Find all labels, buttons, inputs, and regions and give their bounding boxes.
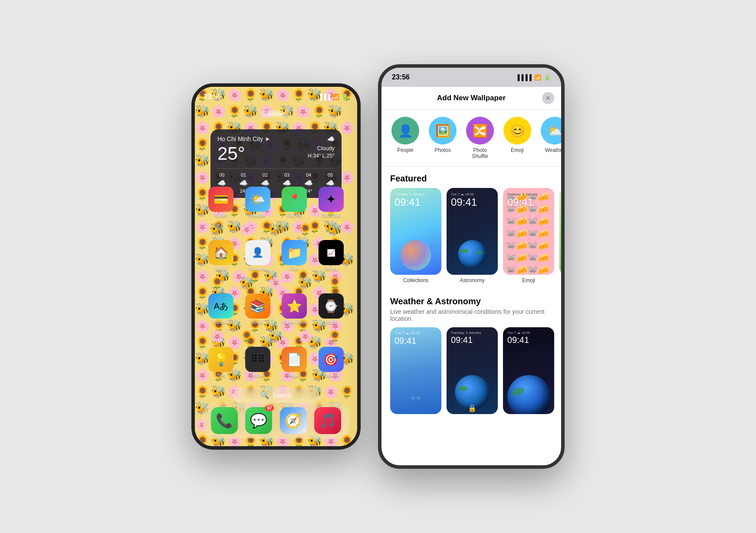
panel-title: Add New Wallpaper [437,94,506,102]
app-weather[interactable]: 🌤️ Weather [243,187,273,218]
app-row-4: 💡 Tips ⠿⠿ Utilities 📄 Pages 🎯 Keynote [203,347,349,378]
weather-condition: Cloudy [308,145,335,151]
category-photos[interactable]: 🖼️ Photos [427,117,458,159]
category-people[interactable]: 👤 People [390,117,421,159]
signal-icon: ▐▐▐ [318,94,330,100]
weather-cat-icon: ⛅ [541,117,561,145]
app-utilities[interactable]: ⠿⠿ Utilities [243,347,273,378]
messages-badge: 97 [265,405,274,411]
weather-cloud-icon: ☁️ [327,135,335,142]
status-bar-right: 23:56 ▐▐▐▐ 📶 🔋 [381,68,561,87]
right-phone: 23:56 ▐▐▐▐ 📶 🔋 Add New Wallpaper ✕ 👤 Peo… [378,64,565,469]
featured-card-partial [559,188,561,286]
wifi-icon: 📶 [332,94,339,100]
photos-icon: 🖼️ [429,117,457,145]
weather-astro-desc: Live weather and astronomical conditions… [381,308,561,327]
app-translate[interactable]: Aあ Translate [206,293,236,325]
app-files[interactable]: 📁 Files [279,240,309,271]
emoji-card-time: 09:41 [507,196,550,208]
category-emoji[interactable]: 😊 Emoji [502,117,532,159]
featured-scroll: Tuesday, 9 January 09:41 Collections Tue… [381,188,561,293]
app-home[interactable]: 🏠 Home [206,240,236,271]
app-books[interactable]: 📚 Books [243,293,273,325]
wcard-lock-icon: 🔒 [468,404,477,412]
category-photoshuffle[interactable]: 🔀 Photo Shuffle [465,117,495,159]
app-shortcuts[interactable]: ✦ Shortcuts [316,187,346,218]
app-watch[interactable]: ⌚ Watch [316,293,346,325]
left-phone: 🌻🐝🌸🌻🐝🌸🌻🐝🌸🌻🐝🌸🌻🐝🌸 🐝🌸🌻🐝🌸🌻🐝🌸🌻🐝🌸🌻🐝🌸🌻 🌸🌻🐝🌸🌻🐝🌸🌻… [191,83,361,450]
status-time: 23:56 [204,93,221,101]
status-bar: 23:56 ▐▐▐ 📶 🔋 [204,93,348,101]
wcard-date-3: Tue 7 ☁ 18:36 [507,331,530,335]
wcard-date-1: Tue 7 ☁ 18:36 [394,331,420,335]
collections-label: Collections [390,275,441,286]
status-icons-right: ▐▐▐▐ 📶 🔋 [516,74,551,81]
weather-astro-title: Weather & Astronomy [381,293,561,308]
emoji-icon: 😊 [503,117,531,145]
photoshuffle-label: Photo Shuffle [465,147,495,159]
astro-date: Tue 7 ☁ 18:36 [451,192,493,196]
app-keynote[interactable]: 🎯 Keynote [316,347,346,378]
dock-safari[interactable]: 🧭 [280,407,307,434]
weather-hl: H:34° L:25° [308,153,335,159]
weather-card-blue[interactable]: Tue 7 ☁ 18:36 09:41 ○ ○ [390,327,441,414]
app-wallet[interactable]: 💳 Wallet [206,187,236,218]
app-itunes[interactable]: ⭐ iTunes Store [279,293,309,325]
weather-temp: 25° [217,143,245,164]
app-tips[interactable]: 💡 Tips [206,347,236,378]
weather-cards: Tue 7 ☁ 18:36 09:41 ○ ○ Tuesday, 9 Janua… [381,327,561,414]
search-icon: 🔍 [260,391,269,399]
close-icon: ✕ [546,95,551,102]
app-contacts[interactable]: 👤 Contacts [243,240,273,271]
dock-music[interactable]: 🎵 [314,407,341,434]
featured-card-collections[interactable]: Tuesday, 9 January 09:41 Collections [390,188,441,286]
category-scroll: 👤 People 🖼️ Photos 🔀 Photo Shuffle 😊 Emo… [381,110,561,167]
deco-row-3: 🌸🌻🐝🌸🌻 [203,329,349,343]
wallpaper-panel: Add New Wallpaper ✕ 👤 People 🖼️ Photos 🔀… [381,87,561,465]
emoji-card-date: Tuesday, 9 January [507,192,550,196]
card-time: 09:41 [394,196,437,208]
card-date: Tuesday, 9 January [394,192,437,196]
featured-title: Featured [381,167,561,188]
deco-row-1: 🐝🌸🐝🌻🐝 [203,222,349,237]
search-bar[interactable]: 🔍 Search [233,388,319,403]
dock-messages[interactable]: 💬 97 [245,407,272,434]
astro-time: 09:41 [451,196,493,208]
app-row-3: Aあ Translate 📚 Books ⭐ iTunes Store ⌚ Wa… [203,293,349,325]
photoshuffle-icon: 🔀 [466,117,494,145]
people-icon: 👤 [391,117,419,145]
dock: 📞 💬 97 🧭 🎵 [203,403,349,438]
status-time-right: 23:56 [392,73,410,81]
app-row-1: 💳 Wallet 🌤️ Weather 📍 Find My ✦ Shortcut… [203,187,349,218]
category-weather[interactable]: ⛅ Weather [539,117,561,159]
app-pages[interactable]: 📄 Pages [279,347,309,378]
app-stocks[interactable]: 📈 Stocks [316,240,346,271]
weather-cat-label: Weather [545,147,561,153]
signal-bars-icon: ▐▐▐▐ [516,74,532,81]
status-icons: ▐▐▐ 📶 🔋 [318,94,348,100]
wcard-time-3: 09:41 [507,335,529,345]
battery-icon-right: 🔋 [544,74,551,81]
emoji-card-label: Emoji [503,275,554,286]
app-grid: 💳 Wallet 🌤️ Weather 📍 Find My ✦ Shortcut… [203,187,349,382]
featured-card-astronomy[interactable]: Tue 7 ☁ 18:36 09:41 Astronomy [447,188,498,286]
people-label: People [397,147,413,153]
weather-card-space[interactable]: Tue 7 ☁ 18:36 09:41 [503,327,554,414]
panel-header: Add New Wallpaper ✕ [381,87,561,110]
app-findmy[interactable]: 📍 Find My [279,187,309,218]
photos-label: Photos [434,147,450,153]
weather-card-dark[interactable]: Tuesday, 9 January 09:41 🔒 [447,327,498,414]
featured-card-emoji[interactable]: Tuesday, 9 January 09:41 🐭🧀🐭🧀🐭🧀🐭🧀🐭🧀🐭🧀🐭🧀🐭… [503,188,554,286]
astronomy-label: Astronomy [447,275,498,286]
wcard-time-1: 09:41 [394,336,416,346]
battery-icon: 🔋 [342,94,348,100]
wcard-icons-1: ○ ○ [411,394,421,401]
close-button[interactable]: ✕ [542,92,554,104]
search-label: Search [273,392,292,399]
deco-row-2: 🌻🐝🌸🐝🌻 [203,276,349,290]
app-row-2: 🏠 Home 👤 Contacts 📁 Files 📈 Stocks [203,240,349,271]
weather-widget-label: Weather [261,110,291,117]
wcard-time-2: 09:41 [451,335,473,345]
dock-phone[interactable]: 📞 [211,407,238,434]
wifi-icon-right: 📶 [534,74,541,81]
